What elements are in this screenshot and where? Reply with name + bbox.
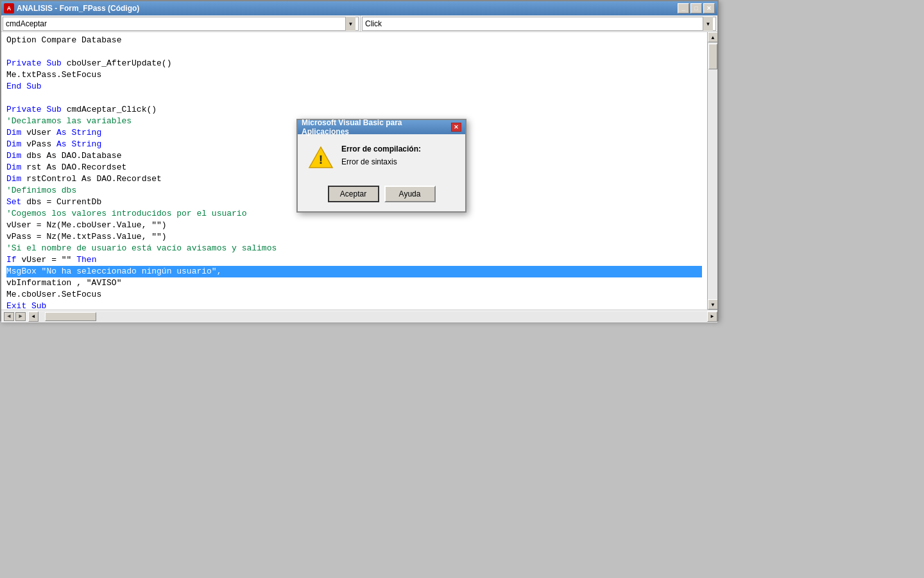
left-dropdown-container: cmdAceptar ▼ [1,15,361,32]
dialog-title-text: Microsoft Visual Basic para Aplicaciones [302,118,449,136]
hscroll-thumb[interactable] [45,312,96,321]
vertical-scrollbar[interactable]: ▲ ▼ [707,32,717,310]
code-line: vPass = Nz(Me.txtPass.Value, "") [6,231,702,243]
left-dropdown-value: cmdAceptar [6,19,345,28]
dialog-body: ! Error de compilación: Error de sintaxi… [298,134,465,180]
code-line [6,92,702,104]
minimize-button[interactable]: _ [678,3,689,13]
code-line [6,46,702,58]
left-dropdown[interactable]: cmdAceptar ▼ [3,17,359,31]
code-line-selected: MsgBox "No ha seleccionado ningún usuari… [6,266,702,277]
compile-error-dialog: Microsoft Visual Basic para Aplicaciones… [296,119,466,213]
code-line: vbInformation , "AVISO" [6,277,702,289]
code-line: Option Compare Database [6,35,702,46]
right-dropdown[interactable]: Click ▼ [362,17,716,31]
dialog-messages: Error de compilación: Error de sintaxis [341,144,455,166]
code-line: Me.cboUser.SetFocus [6,289,702,301]
code-line: 'Si el nombre de usuario está vacío avis… [6,243,702,254]
dialog-accept-button[interactable]: Aceptar [328,186,379,202]
scroll-track[interactable] [708,42,717,299]
hscroll-left-button[interactable]: ◄ [28,311,38,322]
dialog-close-button[interactable]: ✕ [451,123,461,132]
warning-icon: ! [308,144,334,173]
scroll-up-button[interactable]: ▲ [708,32,717,42]
dialog-error-title: Error de compilación: [341,144,455,153]
scroll-thumb[interactable] [708,44,717,69]
left-dropdown-arrow[interactable]: ▼ [345,17,355,31]
dialog-buttons: Aceptar Ayuda [298,180,465,211]
dialog-error-body: Error de sintaxis [341,157,455,166]
code-line: Exit Sub [6,301,702,310]
window-title: ANALISIS - Form_FPass (Código) [17,4,675,13]
right-dropdown-container: Click ▼ [361,15,717,32]
close-button[interactable]: ✕ [703,3,715,13]
code-line: End Sub [6,81,702,92]
hscroll-track[interactable] [38,311,707,322]
svg-text:!: ! [317,153,325,168]
code-line: If vUser = "" Then [6,254,702,266]
window-controls: _ □ ✕ [678,3,715,13]
code-line: Me.txtPass.SetFocus [6,69,702,81]
status-nav-right[interactable]: ► [15,312,26,321]
toolbar-row: cmdAceptar ▼ Click ▼ [1,15,717,32]
scroll-down-button[interactable]: ▼ [708,299,717,310]
right-dropdown-value: Click [365,19,703,28]
hscroll-right-button[interactable]: ► [707,311,717,322]
app-icon: A [4,3,14,13]
right-dropdown-arrow[interactable]: ▼ [703,17,713,31]
restore-button[interactable]: □ [690,3,702,13]
code-line: vUser = Nz(Me.cboUser.Value, "") [6,220,702,231]
dialog-help-button[interactable]: Ayuda [384,186,436,202]
status-nav-left[interactable]: ◄ [4,312,14,321]
code-line: Private Sub cboUser_AfterUpdate() [6,58,702,69]
dialog-title-bar: Microsoft Visual Basic para Aplicaciones… [298,120,465,134]
ide-window: A ANALISIS - Form_FPass (Código) _ □ ✕ c… [0,0,719,321]
code-line: Private Sub cmdAceptar_Click() [6,104,702,116]
title-bar: A ANALISIS - Form_FPass (Código) _ □ ✕ [1,1,717,15]
